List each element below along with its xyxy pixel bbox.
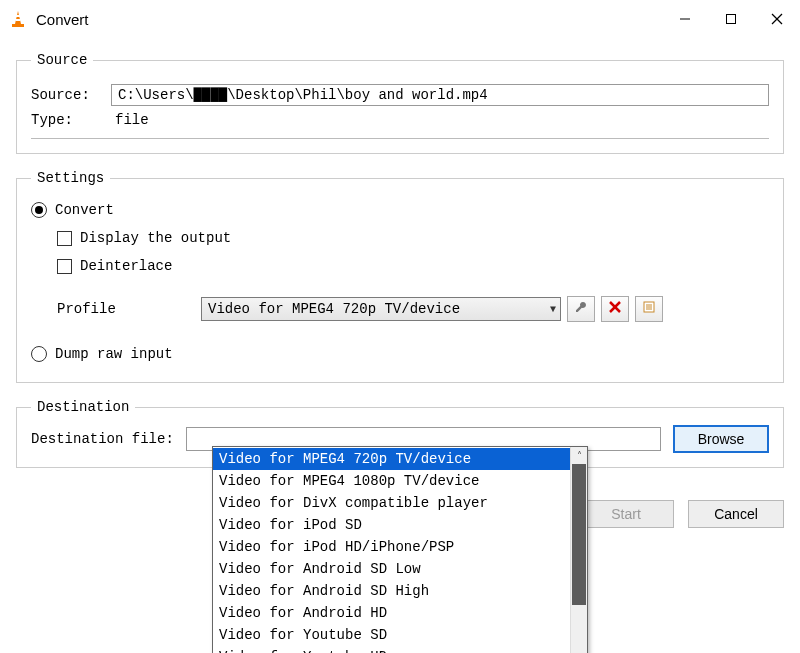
display-output-checkbox[interactable]: Display the output [57, 230, 231, 246]
divider [31, 138, 769, 139]
type-value: file [115, 112, 149, 128]
scroll-up-icon[interactable]: ˄ [571, 447, 587, 464]
profile-combobox[interactable]: Video for MPEG4 720p TV/device ▼ [201, 297, 561, 321]
maximize-button[interactable] [708, 3, 754, 35]
browse-button-label: Browse [698, 431, 745, 447]
profile-dropdown: Video for MPEG4 720p TV/device Video for… [212, 446, 588, 653]
svg-rect-1 [16, 19, 21, 21]
cancel-button-label: Cancel [714, 506, 758, 522]
radio-icon [31, 346, 47, 362]
window-controls [662, 3, 800, 35]
cancel-button[interactable]: Cancel [688, 500, 784, 528]
source-legend: Source [31, 52, 93, 68]
profile-selected-value: Video for MPEG4 720p TV/device [208, 301, 460, 317]
start-button-label: Start [611, 506, 641, 522]
svg-rect-0 [16, 15, 20, 17]
profile-option[interactable]: Video for MPEG4 720p TV/device [213, 448, 570, 470]
profile-option[interactable]: Video for DivX compatible player [213, 492, 570, 514]
profile-option[interactable]: Video for MPEG4 1080p TV/device [213, 470, 570, 492]
profile-option[interactable]: Video for Youtube HD [213, 646, 570, 653]
destination-legend: Destination [31, 399, 135, 415]
radio-selected-icon [31, 202, 47, 218]
scroll-thumb[interactable] [572, 464, 586, 605]
vlc-cone-icon [8, 9, 28, 29]
convert-radio-label: Convert [55, 202, 114, 218]
settings-group: Settings Convert Display the output Dein… [16, 170, 784, 383]
window-title: Convert [36, 11, 662, 28]
dump-raw-label: Dump raw input [55, 346, 173, 362]
profile-option[interactable]: Video for Android SD Low [213, 558, 570, 580]
browse-button[interactable]: Browse [673, 425, 769, 453]
settings-legend: Settings [31, 170, 110, 186]
minimize-button[interactable] [662, 3, 708, 35]
scroll-track[interactable] [571, 464, 587, 652]
profile-option[interactable]: Video for iPod HD/iPhone/PSP [213, 536, 570, 558]
titlebar: Convert [0, 0, 800, 38]
close-button[interactable] [754, 3, 800, 35]
chevron-down-icon: ▼ [550, 304, 556, 315]
dropdown-scrollbar[interactable]: ˄ ˅ [570, 447, 587, 653]
delete-x-icon [609, 301, 621, 317]
deinterlace-label: Deinterlace [80, 258, 172, 274]
source-group: Source Source: Type: file [16, 52, 784, 154]
destination-file-label: Destination file: [31, 431, 174, 447]
display-output-label: Display the output [80, 230, 231, 246]
convert-radio[interactable]: Convert [31, 202, 114, 218]
checkbox-icon [57, 259, 72, 274]
svg-rect-4 [727, 15, 736, 24]
edit-profile-button[interactable] [567, 296, 595, 322]
delete-profile-button[interactable] [601, 296, 629, 322]
checkbox-icon [57, 231, 72, 246]
profile-option[interactable]: Video for iPod SD [213, 514, 570, 536]
profile-option[interactable]: Video for Android HD [213, 602, 570, 624]
source-input[interactable] [111, 84, 769, 106]
deinterlace-checkbox[interactable]: Deinterlace [57, 258, 172, 274]
profile-dropdown-list: Video for MPEG4 720p TV/device Video for… [213, 447, 570, 653]
start-button[interactable]: Start [578, 500, 674, 528]
new-profile-button[interactable] [635, 296, 663, 322]
profile-option[interactable]: Video for Youtube SD [213, 624, 570, 646]
type-label: Type: [31, 112, 111, 128]
new-document-icon [642, 300, 656, 318]
svg-rect-2 [12, 24, 24, 27]
source-label: Source: [31, 87, 111, 103]
profile-option[interactable]: Video for Android SD High [213, 580, 570, 602]
wrench-icon [574, 300, 588, 318]
profile-label: Profile [31, 301, 201, 317]
dump-raw-radio[interactable]: Dump raw input [31, 346, 173, 362]
